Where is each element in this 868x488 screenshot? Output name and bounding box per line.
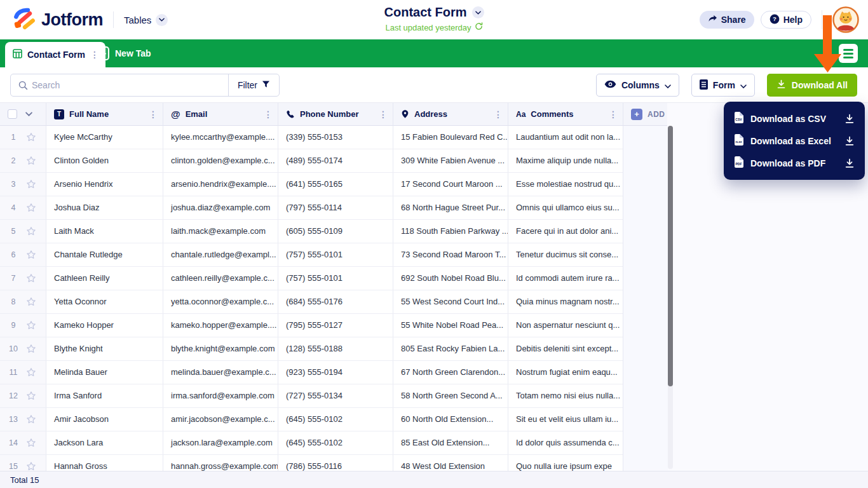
cell-email[interactable]: joshua.diaz@example.com [163, 196, 278, 219]
column-menu-kebab-icon[interactable] [494, 110, 503, 119]
cell-full-name[interactable]: Jackson Lara [46, 431, 163, 454]
cell-phone[interactable]: (727) 555-0134 [278, 384, 393, 407]
star-icon[interactable] [26, 226, 36, 236]
cell-address[interactable]: 68 North Hague Street Pur... [393, 196, 508, 219]
cell-phone[interactable]: (684) 555-0176 [278, 290, 393, 313]
cell-address[interactable]: 805 East Rocky Fabien La... [393, 337, 508, 360]
cell-phone[interactable]: (786) 555-0116 [278, 455, 393, 471]
download-all-button[interactable]: Download All [767, 74, 857, 97]
cell-address[interactable]: 692 South Nobel Road Blu... [393, 267, 508, 290]
cell-comments[interactable]: Tenetur ducimus sit conse... [508, 243, 623, 266]
cell-phone[interactable]: (757) 555-0101 [278, 243, 393, 266]
cell-comments[interactable]: Facere qui in aut dolor ani... [508, 220, 623, 243]
star-icon[interactable] [26, 344, 36, 354]
star-icon[interactable] [26, 179, 36, 189]
avatar[interactable] [832, 6, 859, 33]
chevron-down-icon[interactable] [25, 112, 32, 116]
cell-full-name[interactable]: Kylee McCarthy [46, 126, 163, 149]
column-menu-kebab-icon[interactable] [379, 110, 388, 119]
cell-full-name[interactable]: Kameko Hopper [46, 314, 163, 337]
star-icon[interactable] [26, 367, 36, 377]
cell-email[interactable]: yetta.oconnor@example.c... [163, 290, 278, 313]
cell-comments[interactable]: Id commodi autem irure ra... [508, 267, 623, 290]
menu-item-download-csv[interactable]: CSV Download as CSV [724, 107, 865, 130]
cell-address[interactable]: 85 East Old Extension... [393, 431, 508, 454]
cell-full-name[interactable]: Chantale Rutledge [46, 243, 163, 266]
cell-phone[interactable]: (795) 555-0127 [278, 314, 393, 337]
star-icon[interactable] [26, 250, 36, 260]
cell-comments[interactable]: Nostrum fugiat enim eaqu... [508, 361, 623, 384]
column-header-full-name[interactable]: Full Name [46, 103, 163, 126]
select-all-checkbox[interactable] [8, 109, 17, 119]
column-header-comments[interactable]: Comments [508, 103, 623, 126]
star-icon[interactable] [26, 273, 36, 283]
cell-full-name[interactable]: Yetta Oconnor [46, 290, 163, 313]
cell-full-name[interactable]: Blythe Knight [46, 337, 163, 360]
cell-email[interactable]: melinda.bauer@example.c... [163, 361, 278, 384]
refresh-icon[interactable] [475, 22, 483, 33]
cell-phone[interactable]: (923) 555-0194 [278, 361, 393, 384]
star-icon[interactable] [26, 132, 36, 142]
cell-full-name[interactable]: Irma Sanford [46, 384, 163, 407]
star-icon[interactable] [26, 461, 36, 471]
title-chevron-icon[interactable] [472, 6, 484, 18]
tab-contact-form[interactable]: Contact Form [5, 42, 105, 67]
cell-email[interactable]: cathleen.reilly@example.c... [163, 267, 278, 290]
cell-full-name[interactable]: Hannah Gross [46, 455, 163, 471]
cell-phone[interactable]: (605) 555-0109 [278, 220, 393, 243]
cell-comments[interactable]: Omnis qui ullamco eius su... [508, 196, 623, 219]
panel-menu-button[interactable] [839, 44, 858, 63]
cell-comments[interactable]: Quia minus magnam nostr... [508, 290, 623, 313]
cell-email[interactable]: laith.mack@example.com [163, 220, 278, 243]
cell-comments[interactable]: Esse molestiae nostrud qu... [508, 173, 623, 196]
cell-phone[interactable]: (645) 555-0102 [278, 408, 393, 431]
cell-email[interactable]: kameko.hopper@example.... [163, 314, 278, 337]
cell-full-name[interactable]: Laith Mack [46, 220, 163, 243]
cell-full-name[interactable]: Clinton Golden [46, 149, 163, 172]
cell-address[interactable]: 55 White Nobel Road Pea... [393, 314, 508, 337]
help-button[interactable]: ? Help [761, 11, 811, 29]
cell-phone[interactable]: (757) 555-0101 [278, 267, 393, 290]
cell-email[interactable]: arsenio.hendrix@example.... [163, 173, 278, 196]
cell-phone[interactable]: (128) 555-0188 [278, 337, 393, 360]
column-header-email[interactable]: Email [163, 103, 278, 126]
cell-address[interactable]: 55 West Second Court Ind... [393, 290, 508, 313]
form-button[interactable]: Form [691, 74, 755, 97]
star-icon[interactable] [26, 438, 36, 448]
cell-email[interactable]: chantale.rutledge@exampl... [163, 243, 278, 266]
star-icon[interactable] [26, 156, 36, 166]
cell-address[interactable]: 17 Second Court Maroon ... [393, 173, 508, 196]
cell-email[interactable]: blythe.knight@example.com [163, 337, 278, 360]
star-icon[interactable] [26, 297, 36, 307]
star-icon[interactable] [26, 414, 36, 424]
star-icon[interactable] [26, 320, 36, 330]
column-menu-kebab-icon[interactable] [149, 110, 158, 119]
filter-button[interactable]: Filter [228, 74, 279, 96]
share-button[interactable]: Share [700, 11, 754, 29]
cell-phone[interactable]: (645) 555-0102 [278, 431, 393, 454]
new-tab-button[interactable]: New Tab [95, 39, 151, 67]
search-input[interactable] [32, 80, 228, 90]
cell-email[interactable]: amir.jacobson@example.c... [163, 408, 278, 431]
cell-email[interactable]: clinton.golden@example.c... [163, 149, 278, 172]
cell-address[interactable]: 60 North Old Extension... [393, 408, 508, 431]
cell-phone[interactable]: (797) 555-0114 [278, 196, 393, 219]
add-column-button[interactable]: ADD [623, 103, 667, 126]
menu-item-download-pdf[interactable]: PDF Download as PDF [724, 152, 865, 174]
cell-address[interactable]: 15 Fabien Boulevard Red C... [393, 126, 508, 149]
column-header-address[interactable]: Address [393, 103, 508, 126]
cell-address[interactable]: 58 North Green Second A... [393, 384, 508, 407]
menu-item-download-excel[interactable]: XLSX Download as Excel [724, 130, 865, 152]
columns-button[interactable]: Columns [596, 74, 679, 97]
cell-full-name[interactable]: Cathleen Reilly [46, 267, 163, 290]
cell-comments[interactable]: Sit eu et velit eius ullam iu... [508, 408, 623, 431]
cell-email[interactable]: hannah.gross@example.com [163, 455, 278, 471]
select-all-header[interactable] [0, 103, 46, 126]
scrollbar-thumb[interactable] [668, 126, 673, 386]
cell-comments[interactable]: Totam nemo nisi eius nulla... [508, 384, 623, 407]
cell-address[interactable]: 309 White Fabien Avenue ... [393, 149, 508, 172]
star-icon[interactable] [26, 203, 36, 213]
cell-phone[interactable]: (339) 555-0153 [278, 126, 393, 149]
column-header-phone[interactable]: Phone Number [278, 103, 393, 126]
cell-comments[interactable]: Non aspernatur nesciunt q... [508, 314, 623, 337]
